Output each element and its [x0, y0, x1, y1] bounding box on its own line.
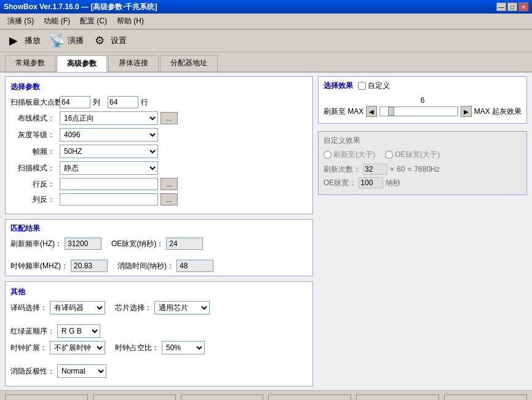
row-inv-input[interactable]	[60, 178, 158, 190]
slider-label: 刷新至 MAX	[324, 106, 363, 117]
custom-checkbox-label[interactable]: 自定义	[358, 81, 390, 91]
menu-function[interactable]: 功能 (F)	[39, 15, 75, 28]
scan-size-row: 扫描板最大点数： 列 行	[10, 96, 308, 108]
toolbar-broadcast-label: 演播	[68, 35, 84, 46]
other-section: 其他 译码选择： 有译码器 芯片选择： 通用芯片	[5, 281, 313, 386]
scan-mode-select[interactable]: 静态	[60, 161, 158, 175]
slider-value-text: 6	[421, 96, 425, 105]
toolbar: ▶ 播放 📡 演播 ⚙ 设置	[0, 30, 532, 52]
clock-duty-select[interactable]: 50%	[162, 341, 205, 354]
save-button[interactable]: 保存	[268, 394, 351, 400]
tab-normal-params[interactable]: 常规参数	[5, 55, 55, 71]
freq-select[interactable]: 50HZ	[60, 145, 158, 158]
equals-sign: =	[407, 165, 411, 174]
toolbar-play[interactable]: ▶ 播放	[5, 32, 41, 49]
toolbar-settings[interactable]: ⚙ 设置	[91, 32, 127, 49]
oe-calc-row: OE脉宽： 纳秒	[324, 177, 522, 188]
refresh-times-input[interactable]	[363, 164, 387, 175]
clock-freq-value: 20.83	[71, 260, 108, 272]
menu-help[interactable]: 帮助 (H)	[112, 15, 149, 28]
close-button[interactable]: ✕	[518, 2, 528, 11]
radio1-label[interactable]: 刷新至(大于)	[324, 150, 375, 160]
import-button[interactable]: 导入	[5, 394, 88, 400]
scan-mode-row: 扫描模式： 静态	[10, 161, 308, 175]
panels-row: 选择参数 扫描板最大点数： 列 行 布线模式： 16点正向 ...	[5, 76, 527, 386]
multiply-sign: ×	[390, 165, 394, 174]
row-inv-label: 行反：	[10, 179, 55, 190]
refresh-hz-item: 刷新频率(HZ)： 31200	[10, 238, 101, 250]
match-result-section: 匹配结果 刷新频率(HZ)： 31200 OE脉宽(纳秒)： 24 时钟频率(M…	[5, 219, 313, 276]
radio2-text: OE脉宽(大于)	[395, 150, 440, 160]
broadcast-icon: 📡	[48, 32, 65, 49]
default-button[interactable]: 默认值	[181, 394, 264, 400]
refresh-hz-value: 31200	[65, 238, 101, 250]
scan-mode-label: 扫描模式：	[10, 163, 55, 174]
window-title: ShowBox Ver.1.7.16.0 — [高级参数-千兆系统]	[4, 2, 157, 12]
decoder-select[interactable]: 有译码器	[50, 301, 105, 314]
wiring-btn[interactable]: ...	[161, 112, 178, 124]
blank-time-value: 48	[177, 260, 213, 272]
tab-advanced-params[interactable]: 高级参数	[57, 55, 107, 72]
oe-pulse-label-custom: OE脉宽：	[324, 178, 356, 188]
tabs-bar: 常规参数 高级参数 屏体连接 分配器地址	[0, 52, 532, 73]
window-controls: — □ ✕	[496, 2, 528, 11]
bottom-buttons: 导入 导出 默认值 保存 自动匹配 发送	[0, 390, 532, 400]
refresh-times-label: 刷新次数：	[324, 164, 360, 175]
slider-track[interactable]	[379, 106, 458, 116]
oe-pulse-value: 24	[166, 238, 203, 250]
col-unit: 列	[93, 97, 100, 108]
col-inv-input[interactable]	[60, 193, 158, 206]
freq-row: 帧频： 50HZ	[10, 145, 308, 158]
toolbar-broadcast[interactable]: 📡 演播	[48, 32, 84, 49]
blank-inv-item: 消隐反极性： Normal	[10, 364, 106, 378]
clock-duty-item: 时钟占空比： 50%	[115, 341, 205, 354]
menu-config[interactable]: 配置 (C)	[75, 15, 112, 28]
select-params-section: 选择参数 扫描板最大点数： 列 行 布线模式： 16点正向 ...	[5, 76, 313, 214]
rgb-select[interactable]: R G B	[57, 324, 100, 338]
blank-time-item: 消隐时间(纳秒)： 48	[117, 260, 213, 272]
maximize-button[interactable]: □	[507, 2, 517, 11]
export-button[interactable]: 导出	[93, 394, 176, 400]
tab-distributor-addr[interactable]: 分配器地址	[160, 55, 218, 71]
radio2-label[interactable]: OE脉宽(大于)	[385, 150, 440, 160]
hz-value: 60	[397, 165, 405, 174]
slider-thumb[interactable]	[388, 107, 394, 116]
result-value: 7680Hz	[414, 165, 439, 174]
scan-row-input[interactable]	[108, 96, 138, 108]
col-inv-btn[interactable]: ...	[161, 193, 178, 206]
slider-row: 刷新至 MAX ◀ ▶ MAX 起灰效果	[324, 106, 522, 117]
freq-label: 帧频：	[10, 146, 55, 157]
oe-pulse-input[interactable]	[359, 177, 383, 188]
decoder-item: 译码选择： 有译码器	[10, 301, 105, 314]
radio2[interactable]	[385, 151, 393, 159]
menu-play[interactable]: 演播 (S)	[2, 15, 39, 28]
effect-title: 选择效果	[324, 81, 353, 91]
clock-duty-label: 时钟占空比：	[115, 343, 159, 353]
radio1[interactable]	[324, 151, 332, 159]
wiring-select[interactable]: 16点正向	[60, 111, 158, 125]
row-inv-row: 行反： ...	[10, 178, 308, 190]
gray-select[interactable]: 4096	[60, 128, 158, 142]
scan-col-input[interactable]	[60, 96, 90, 108]
custom-effect-title: 自定义效果	[324, 135, 522, 146]
oe-unit: 纳秒	[386, 178, 400, 188]
send-button[interactable]: 发送	[444, 394, 527, 400]
blank-inv-select[interactable]: Normal	[57, 364, 106, 378]
minimize-button[interactable]: —	[496, 2, 506, 11]
tab-screen-connect[interactable]: 屏体连接	[108, 55, 159, 71]
clock-ext-select[interactable]: 不扩展时钟	[50, 341, 105, 354]
other-title: 其他	[10, 287, 308, 297]
auto-match-button[interactable]: 自动匹配	[356, 394, 439, 400]
blank-time-label: 消隐时间(纳秒)：	[117, 261, 174, 271]
custom-label: 自定义	[368, 81, 390, 91]
slider-left-btn[interactable]: ◀	[366, 106, 377, 117]
row-inv-btn[interactable]: ...	[161, 178, 178, 190]
slider-right-btn[interactable]: ▶	[461, 106, 472, 117]
wiring-row: 布线模式： 16点正向 ...	[10, 111, 308, 125]
menu-bar: 演播 (S) 功能 (F) 配置 (C) 帮助 (H)	[0, 14, 532, 30]
gray-row: 灰度等级： 4096	[10, 128, 308, 142]
play-icon: ▶	[5, 32, 22, 49]
left-panel: 选择参数 扫描板最大点数： 列 行 布线模式： 16点正向 ...	[5, 76, 313, 386]
custom-checkbox[interactable]	[358, 82, 366, 90]
chip-select[interactable]: 通用芯片	[154, 301, 210, 314]
